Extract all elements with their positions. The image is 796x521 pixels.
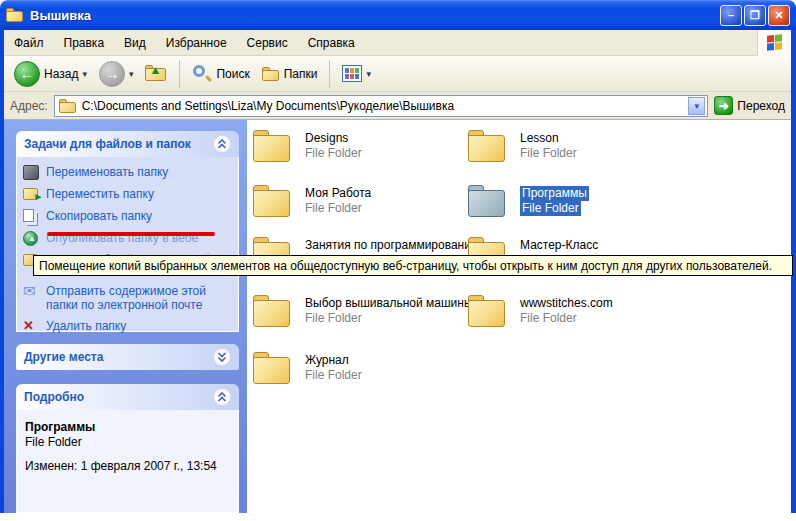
window-title: Вышивка: [30, 8, 91, 23]
email-icon: ✉: [23, 284, 39, 299]
address-path[interactable]: C:\Documents and Settings\Liza\My Docume…: [82, 99, 684, 113]
menu-edit[interactable]: Правка: [54, 32, 115, 54]
folder-icon: [253, 295, 291, 327]
details-folder-name: Программы: [25, 420, 230, 434]
rename-icon: [23, 165, 39, 180]
chevron-down-icon[interactable]: [213, 348, 231, 366]
folder-icon: [253, 185, 291, 217]
go-arrow-icon: ➜: [714, 96, 733, 115]
go-button[interactable]: ➜ Переход: [714, 96, 785, 115]
details-folder-type: File Folder: [25, 435, 230, 449]
folders-icon: [262, 67, 280, 81]
menu-tools[interactable]: Сервис: [237, 32, 298, 54]
title-bar: Вышивка – ❐ ✕: [0, 0, 796, 30]
move-folder-icon: ▸: [23, 187, 39, 202]
folder-tile-lesson[interactable]: LessonFile Folder: [468, 130, 680, 162]
maximize-button[interactable]: ❐: [744, 5, 766, 26]
back-button[interactable]: ← Назад ▾: [10, 59, 91, 89]
toolbar-separator: [329, 60, 330, 88]
folder-tile-vybor-mashiny[interactable]: Выбор вышивальной машиныFile Folder: [253, 295, 465, 327]
forward-dropdown-icon[interactable]: ▾: [129, 69, 134, 79]
folder-icon: [253, 130, 291, 162]
views-button[interactable]: ▾: [338, 63, 375, 84]
toolbar-separator: [179, 60, 180, 88]
windows-logo: [757, 30, 791, 56]
task-delete-folder[interactable]: ✕ Удалить папку: [23, 319, 232, 334]
folder-view: DesignsFile Folder LessonFile Folder Моя…: [247, 120, 791, 521]
back-icon: ←: [14, 61, 40, 87]
chevron-up-icon[interactable]: [213, 135, 231, 153]
folder-icon: [253, 352, 291, 384]
folder-tile-wwwstitches[interactable]: wwwstitches.comFile Folder: [468, 295, 680, 327]
tasks-panel-header[interactable]: Задачи для файлов и папок: [16, 131, 239, 157]
folder-icon: [468, 295, 506, 327]
folder-icon-selected: [468, 185, 506, 217]
address-dropdown-button[interactable]: ▾: [688, 97, 705, 115]
up-folder-icon: ▲: [145, 65, 167, 83]
folder-tile-moya-rabota[interactable]: Моя РаботаFile Folder: [253, 185, 465, 217]
task-copy-folder[interactable]: Скопировать папку: [23, 209, 232, 224]
forward-button[interactable]: → ▾: [95, 59, 138, 89]
task-email-folder[interactable]: ✉ Отправить содержимое этой папки по эле…: [23, 284, 232, 312]
red-marker-annotation: [47, 232, 215, 236]
tasks-panel-body: Переименовать папку ▸ Переместить папку …: [16, 157, 239, 332]
folder-tile-designs[interactable]: DesignsFile Folder: [253, 130, 465, 162]
back-label: Назад: [44, 67, 78, 81]
address-input[interactable]: C:\Documents and Settings\Liza\My Docume…: [54, 95, 709, 117]
search-button[interactable]: Поиск: [188, 62, 253, 86]
tooltip: Помещение копий выбранных элементов на о…: [33, 255, 793, 276]
menu-favorites[interactable]: Избранное: [156, 32, 237, 54]
folder-icon: [468, 130, 506, 162]
views-dropdown-icon[interactable]: ▾: [366, 69, 371, 79]
up-button[interactable]: ▲: [141, 63, 171, 85]
task-rename-folder[interactable]: Переименовать папку: [23, 165, 232, 180]
folder-tile-zhurnal[interactable]: ЖурналFile Folder: [253, 352, 465, 384]
address-label: Адрес:: [10, 99, 48, 113]
details-panel: Подробно Программы File Folder Изменен: …: [16, 384, 239, 513]
other-places-title: Другие места: [24, 350, 103, 364]
folders-label: Папки: [284, 67, 318, 81]
window-folder-icon: [6, 8, 24, 22]
details-modified: Изменен: 1 февраля 2007 г., 13:54: [25, 459, 230, 473]
folder-tile-programmy-selected[interactable]: ПрограммыFile Folder: [468, 185, 680, 217]
back-dropdown-icon[interactable]: ▾: [82, 69, 87, 79]
address-bar: Адрес: C:\Documents and Settings\Liza\My…: [4, 92, 791, 120]
other-places-header[interactable]: Другие места: [16, 344, 239, 370]
forward-icon: →: [99, 61, 125, 87]
address-folder-icon: [59, 99, 77, 113]
copy-icon: [23, 209, 39, 224]
menu-file[interactable]: Файл: [4, 32, 54, 54]
menu-view[interactable]: Вид: [114, 32, 156, 54]
publish-web-icon: [23, 231, 39, 246]
other-places-panel: Другие места: [16, 344, 239, 370]
menu-help[interactable]: Справка: [298, 32, 365, 54]
go-label: Переход: [737, 99, 785, 113]
details-panel-title: Подробно: [24, 390, 84, 404]
details-panel-header[interactable]: Подробно: [16, 384, 239, 410]
search-icon: [192, 64, 212, 84]
details-panel-body: Программы File Folder Изменен: 1 февраля…: [16, 410, 239, 513]
task-pane: Задачи для файлов и папок Переименовать …: [4, 120, 247, 513]
menu-bar: Файл Правка Вид Избранное Сервис Справка: [4, 30, 791, 56]
explorer-window: Вышивка – ❐ ✕ Файл Правка Вид Избранное …: [0, 0, 796, 521]
close-button[interactable]: ✕: [768, 5, 790, 26]
minimize-button[interactable]: –: [720, 5, 742, 26]
folders-button[interactable]: Папки: [258, 65, 322, 83]
tasks-panel-title: Задачи для файлов и папок: [24, 137, 191, 151]
search-label: Поиск: [216, 67, 249, 81]
task-move-folder[interactable]: ▸ Переместить папку: [23, 187, 232, 202]
delete-icon: ✕: [23, 319, 39, 334]
toolbar: ← Назад ▾ → ▾ ▲ Поиск Папки ▾: [4, 56, 791, 92]
views-icon: [342, 65, 362, 82]
chevron-up-icon[interactable]: [213, 388, 231, 406]
